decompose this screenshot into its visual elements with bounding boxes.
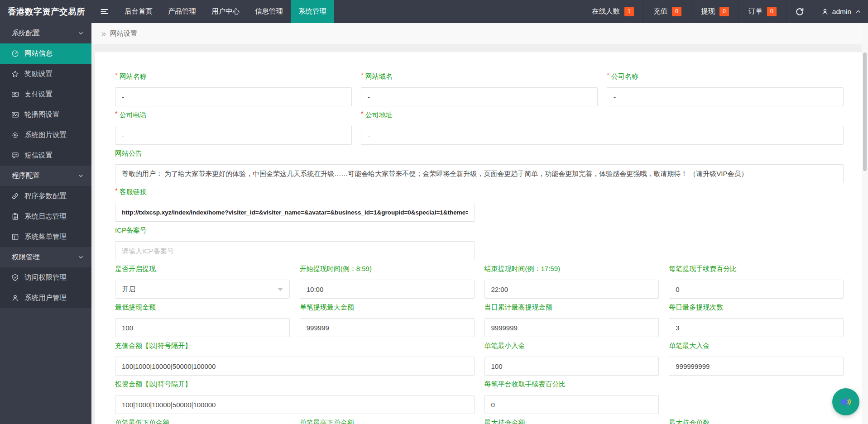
sidebar-item-reward-settings[interactable]: 奖励设置 — [0, 64, 91, 84]
stat-orders[interactable]: 订单 0 — [739, 0, 786, 23]
min-single-deposit-input[interactable] — [484, 357, 659, 376]
field-label: 每日最多提现次数 — [669, 303, 723, 312]
field-daily-withdraw-times: 每日最多提现次数 — [669, 303, 844, 337]
announcement-fab[interactable] — [832, 388, 859, 415]
field-label: 单笔提现最大金额 — [300, 303, 354, 312]
breadcrumb-current: 网站设置 — [110, 29, 137, 38]
invest-amounts-input[interactable] — [115, 395, 475, 414]
required-asterisk: * — [115, 186, 118, 195]
min-withdraw-amount-input[interactable] — [115, 318, 290, 337]
tab-system[interactable]: 系统管理 — [291, 0, 334, 23]
field-withdraw-enabled: 是否开启提现 开启 — [115, 264, 290, 299]
recharge-count-badge: 0 — [672, 7, 681, 16]
double-chevron-icon: » — [101, 29, 106, 38]
platform-fee-percent-input[interactable] — [484, 395, 659, 414]
sidebar-group-permissions: 权限管理 访问权限管理 — [0, 247, 91, 308]
field-label: 每笔平台收取手续费百分比 — [484, 380, 566, 389]
field-withdraw-fee-percent: 每笔提现手续费百分比 — [669, 264, 844, 299]
field-label: 是否开启提现 — [115, 264, 156, 273]
speaker-icon — [839, 395, 853, 409]
refresh-button[interactable] — [786, 0, 813, 23]
field-company-name: * 公司名称 — [607, 72, 844, 106]
sidebar-group-program-config: 程序配置 程序参数配置 — [0, 166, 91, 247]
sidebar-item-program-params[interactable]: 程序参数配置 — [0, 186, 91, 206]
company-phone-input[interactable] — [115, 126, 352, 145]
site-settings-form: * 网站名称 * 网站域名 — [95, 52, 862, 424]
sidebar-item-system-images[interactable]: 系统图片设置 — [0, 125, 91, 145]
site-announcement-input[interactable] — [115, 164, 844, 183]
gear-icon — [11, 131, 19, 139]
required-asterisk: * — [115, 71, 118, 80]
stat-online-users[interactable]: 在线人数 1 — [582, 0, 643, 23]
field-label: 单笔最高下单金额 — [300, 418, 354, 424]
stat-withdraw[interactable]: 提现 0 — [691, 0, 739, 23]
tab-information[interactable]: 信息管理 — [247, 0, 291, 23]
daily-withdraw-times-input[interactable] — [669, 318, 844, 337]
sidebar-item-system-menus[interactable]: 系统菜单管理 — [0, 227, 91, 247]
field-label: 单笔最大入金 — [669, 341, 710, 350]
field-company-address: * 公司地址 — [361, 110, 844, 145]
site-name-input[interactable] — [115, 87, 352, 106]
refresh-icon — [795, 7, 804, 16]
withdraw-start-time-input[interactable] — [300, 280, 475, 299]
link-icon — [11, 192, 19, 200]
withdraw-fee-percent-input[interactable] — [669, 280, 844, 299]
sidebar-item-sms-settings[interactable]: 短信设置 — [0, 145, 91, 166]
hamburger-icon[interactable] — [91, 0, 117, 23]
star-icon — [11, 70, 19, 78]
stat-recharge[interactable]: 充值 0 — [643, 0, 691, 23]
field-icp-number: ICP备案号 — [115, 226, 475, 260]
field-min-single-deposit: 单笔最小入金 — [484, 341, 659, 376]
field-daily-max-withdraw: 当日累计最高提现金额 — [484, 303, 659, 337]
tab-products[interactable]: 产品管理 — [160, 0, 204, 23]
field-label: 每笔提现手续费百分比 — [669, 264, 737, 273]
sidebar-group-title[interactable]: 程序配置 — [0, 166, 91, 186]
field-site-domain: * 网站域名 — [361, 72, 598, 106]
field-label: 最大持仓单数 — [669, 418, 710, 424]
person-icon — [821, 8, 829, 15]
scrollbar-thumb[interactable] — [863, 52, 867, 171]
field-label: 单笔最小入金 — [484, 341, 525, 350]
carousel-image-icon — [11, 111, 19, 119]
field-label: 单笔最低下单金额 — [115, 418, 169, 424]
withdraw-end-time-input[interactable] — [484, 280, 659, 299]
sidebar-group-title[interactable]: 系统配置 — [0, 23, 91, 43]
field-min-withdraw-amount: 最低提现金额 — [115, 303, 290, 337]
recharge-amounts-input[interactable] — [115, 357, 475, 376]
tab-dashboard[interactable]: 后台首页 — [117, 0, 160, 23]
sidebar-item-site-info[interactable]: 网站信息 — [0, 43, 91, 64]
field-label: 公司地址 — [365, 110, 393, 119]
tab-user-center[interactable]: 用户中心 — [204, 0, 247, 23]
company-address-input[interactable] — [361, 126, 844, 145]
field-withdraw-end-time: 结束提现时间(例：17:59) — [484, 264, 659, 299]
user-menu[interactable]: admin — [813, 0, 868, 23]
sidebar-item-system-users[interactable]: 系统用户管理 — [0, 288, 91, 308]
sidebar-item-payment-settings[interactable]: 支付设置 — [0, 84, 91, 105]
page-scrollbar[interactable] — [862, 23, 868, 424]
max-single-withdraw-input[interactable] — [300, 318, 475, 337]
withdraw-enabled-select[interactable]: 开启 — [115, 280, 290, 299]
sidebar-group-system-config: 系统配置 网站信息 — [0, 23, 91, 166]
service-link-input[interactable] — [115, 203, 475, 222]
user-icon — [11, 294, 19, 302]
site-domain-input[interactable] — [361, 87, 598, 106]
icp-number-input[interactable] — [115, 241, 475, 260]
daily-max-withdraw-input[interactable] — [484, 318, 659, 337]
field-max-position-count: 最大持仓单数 — [669, 418, 844, 424]
withdraw-count-badge: 0 — [719, 7, 729, 16]
sidebar-item-carousel-settings[interactable]: 轮播图设置 — [0, 105, 91, 125]
sidebar-group-title[interactable]: 权限管理 — [0, 247, 91, 267]
field-platform-fee-percent: 每笔平台收取手续费百分比 — [484, 380, 659, 414]
field-label: 网站域名 — [365, 72, 393, 81]
sidebar-item-system-logs[interactable]: 系统日志管理 — [0, 206, 91, 227]
top-nav: 后台首页 产品管理 用户中心 信息管理 系统管理 — [117, 0, 334, 23]
max-single-deposit-input[interactable] — [669, 357, 844, 376]
company-name-input[interactable] — [607, 87, 844, 106]
field-label: 网站公告 — [115, 149, 142, 158]
field-label: 公司电话 — [120, 110, 147, 119]
sidebar: 系统配置 网站信息 — [0, 23, 91, 424]
field-max-single-withdraw: 单笔提现最大金额 — [300, 303, 475, 337]
field-label: 开始提现时间(例：8:59) — [300, 264, 372, 273]
topbar-right: 在线人数 1 充值 0 提现 0 订单 0 — [582, 0, 868, 23]
sidebar-item-access-permissions[interactable]: 访问权限管理 — [0, 267, 91, 288]
